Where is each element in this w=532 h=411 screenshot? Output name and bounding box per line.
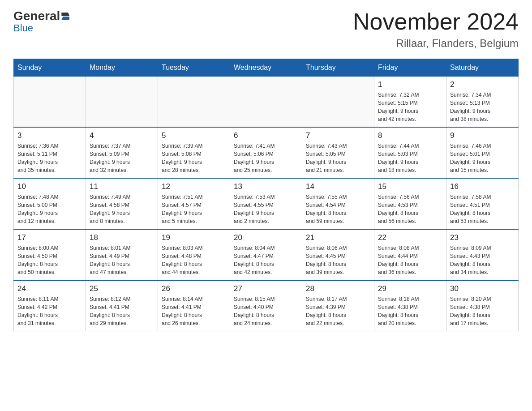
- day-number: 28: [306, 284, 370, 293]
- day-info: Sunrise: 8:01 AM Sunset: 4:49 PM Dayligh…: [90, 244, 154, 276]
- day-info: Sunrise: 7:41 AM Sunset: 5:06 PM Dayligh…: [234, 142, 298, 174]
- day-number: 1: [378, 80, 442, 89]
- logo: General Blue: [13, 9, 70, 34]
- calendar-cell: 23Sunrise: 8:09 AM Sunset: 4:43 PM Dayli…: [446, 229, 519, 280]
- calendar-cell: 7Sunrise: 7:43 AM Sunset: 5:05 PM Daylig…: [302, 127, 374, 178]
- weekday-header-sunday: Sunday: [14, 59, 86, 77]
- day-number: 14: [306, 182, 370, 191]
- weekday-header-saturday: Saturday: [446, 59, 519, 77]
- day-info: Sunrise: 7:37 AM Sunset: 5:09 PM Dayligh…: [90, 142, 154, 174]
- calendar-cell: 8Sunrise: 7:44 AM Sunset: 5:03 PM Daylig…: [374, 127, 446, 178]
- calendar-week-5: 24Sunrise: 8:11 AM Sunset: 4:42 PM Dayli…: [14, 280, 519, 331]
- calendar-cell: [86, 77, 158, 128]
- day-info: Sunrise: 7:51 AM Sunset: 4:57 PM Dayligh…: [162, 193, 226, 225]
- day-info: Sunrise: 7:39 AM Sunset: 5:08 PM Dayligh…: [162, 142, 226, 174]
- calendar-cell: [158, 77, 230, 128]
- day-info: Sunrise: 7:44 AM Sunset: 5:03 PM Dayligh…: [378, 142, 442, 174]
- calendar-cell: 12Sunrise: 7:51 AM Sunset: 4:57 PM Dayli…: [158, 178, 230, 229]
- calendar-cell: 14Sunrise: 7:55 AM Sunset: 4:54 PM Dayli…: [302, 178, 374, 229]
- calendar-cell: 3Sunrise: 7:36 AM Sunset: 5:11 PM Daylig…: [14, 127, 86, 178]
- month-title: November 2024: [353, 9, 519, 34]
- day-info: Sunrise: 8:17 AM Sunset: 4:39 PM Dayligh…: [306, 295, 370, 327]
- day-info: Sunrise: 8:20 AM Sunset: 4:38 PM Dayligh…: [450, 295, 515, 327]
- day-number: 7: [306, 131, 370, 140]
- weekday-header-row: SundayMondayTuesdayWednesdayThursdayFrid…: [14, 59, 519, 77]
- day-info: Sunrise: 7:46 AM Sunset: 5:01 PM Dayligh…: [450, 142, 515, 174]
- page-header: General Blue November 2024 Rillaar, Flan…: [13, 9, 519, 50]
- day-info: Sunrise: 7:56 AM Sunset: 4:53 PM Dayligh…: [378, 193, 442, 225]
- title-section: November 2024 Rillaar, Flanders, Belgium: [353, 9, 519, 50]
- calendar-week-4: 17Sunrise: 8:00 AM Sunset: 4:50 PM Dayli…: [14, 229, 519, 280]
- day-number: 4: [90, 131, 154, 140]
- day-number: 19: [162, 233, 226, 242]
- day-info: Sunrise: 8:18 AM Sunset: 4:38 PM Dayligh…: [378, 295, 442, 327]
- calendar-cell: 20Sunrise: 8:04 AM Sunset: 4:47 PM Dayli…: [230, 229, 302, 280]
- calendar-table: SundayMondayTuesdayWednesdayThursdayFrid…: [13, 59, 519, 331]
- day-info: Sunrise: 7:32 AM Sunset: 5:15 PM Dayligh…: [378, 91, 442, 123]
- calendar-cell: 11Sunrise: 7:49 AM Sunset: 4:58 PM Dayli…: [86, 178, 158, 229]
- day-info: Sunrise: 7:53 AM Sunset: 4:55 PM Dayligh…: [234, 193, 298, 225]
- day-number: 21: [306, 233, 370, 242]
- day-number: 6: [234, 131, 298, 140]
- calendar-cell: [302, 77, 374, 128]
- day-number: 3: [17, 131, 82, 140]
- day-info: Sunrise: 8:06 AM Sunset: 4:45 PM Dayligh…: [306, 244, 370, 276]
- day-number: 5: [162, 131, 226, 140]
- day-info: Sunrise: 7:48 AM Sunset: 5:00 PM Dayligh…: [17, 193, 82, 225]
- calendar-cell: 19Sunrise: 8:03 AM Sunset: 4:48 PM Dayli…: [158, 229, 230, 280]
- day-info: Sunrise: 8:04 AM Sunset: 4:47 PM Dayligh…: [234, 244, 298, 276]
- day-info: Sunrise: 7:34 AM Sunset: 5:13 PM Dayligh…: [450, 91, 515, 123]
- calendar-cell: [230, 77, 302, 128]
- day-number: 26: [162, 284, 226, 293]
- day-number: 12: [162, 182, 226, 191]
- calendar-cell: 15Sunrise: 7:56 AM Sunset: 4:53 PM Dayli…: [374, 178, 446, 229]
- day-number: 27: [234, 284, 298, 293]
- day-number: 18: [90, 233, 154, 242]
- day-info: Sunrise: 8:15 AM Sunset: 4:40 PM Dayligh…: [234, 295, 298, 327]
- calendar-week-2: 3Sunrise: 7:36 AM Sunset: 5:11 PM Daylig…: [14, 127, 519, 178]
- calendar-body: 1Sunrise: 7:32 AM Sunset: 5:15 PM Daylig…: [14, 77, 519, 331]
- calendar-cell: 1Sunrise: 7:32 AM Sunset: 5:15 PM Daylig…: [374, 77, 446, 128]
- calendar-cell: [14, 77, 86, 128]
- day-number: 15: [378, 182, 442, 191]
- weekday-header-tuesday: Tuesday: [158, 59, 230, 77]
- day-info: Sunrise: 7:36 AM Sunset: 5:11 PM Dayligh…: [17, 142, 82, 174]
- day-number: 23: [450, 233, 515, 242]
- day-number: 8: [378, 131, 442, 140]
- calendar-cell: 4Sunrise: 7:37 AM Sunset: 5:09 PM Daylig…: [86, 127, 158, 178]
- day-info: Sunrise: 8:09 AM Sunset: 4:43 PM Dayligh…: [450, 244, 515, 276]
- calendar-cell: 29Sunrise: 8:18 AM Sunset: 4:38 PM Dayli…: [374, 280, 446, 331]
- calendar-cell: 26Sunrise: 8:14 AM Sunset: 4:41 PM Dayli…: [158, 280, 230, 331]
- weekday-header-friday: Friday: [374, 59, 446, 77]
- calendar-week-3: 10Sunrise: 7:48 AM Sunset: 5:00 PM Dayli…: [14, 178, 519, 229]
- day-number: 25: [90, 284, 154, 293]
- calendar-cell: 17Sunrise: 8:00 AM Sunset: 4:50 PM Dayli…: [14, 229, 86, 280]
- day-number: 24: [17, 284, 82, 293]
- day-number: 9: [450, 131, 515, 140]
- logo-general-text: General: [13, 9, 60, 23]
- calendar-cell: 28Sunrise: 8:17 AM Sunset: 4:39 PM Dayli…: [302, 280, 374, 331]
- day-number: 22: [378, 233, 442, 242]
- calendar-cell: 10Sunrise: 7:48 AM Sunset: 5:00 PM Dayli…: [14, 178, 86, 229]
- calendar-cell: 25Sunrise: 8:12 AM Sunset: 4:41 PM Dayli…: [86, 280, 158, 331]
- location-title: Rillaar, Flanders, Belgium: [353, 37, 519, 50]
- weekday-header-thursday: Thursday: [302, 59, 374, 77]
- calendar-header: SundayMondayTuesdayWednesdayThursdayFrid…: [14, 59, 519, 77]
- day-number: 30: [450, 284, 515, 293]
- calendar-cell: 5Sunrise: 7:39 AM Sunset: 5:08 PM Daylig…: [158, 127, 230, 178]
- day-info: Sunrise: 7:58 AM Sunset: 4:51 PM Dayligh…: [450, 193, 515, 225]
- day-number: 10: [17, 182, 82, 191]
- day-info: Sunrise: 8:11 AM Sunset: 4:42 PM Dayligh…: [17, 295, 82, 327]
- day-number: 11: [90, 182, 154, 191]
- calendar-cell: 18Sunrise: 8:01 AM Sunset: 4:49 PM Dayli…: [86, 229, 158, 280]
- calendar-cell: 16Sunrise: 7:58 AM Sunset: 4:51 PM Dayli…: [446, 178, 519, 229]
- calendar-cell: 22Sunrise: 8:08 AM Sunset: 4:44 PM Dayli…: [374, 229, 446, 280]
- day-number: 2: [450, 80, 515, 89]
- day-number: 29: [378, 284, 442, 293]
- calendar-cell: 30Sunrise: 8:20 AM Sunset: 4:38 PM Dayli…: [446, 280, 519, 331]
- calendar-week-1: 1Sunrise: 7:32 AM Sunset: 5:15 PM Daylig…: [14, 77, 519, 128]
- calendar-cell: 13Sunrise: 7:53 AM Sunset: 4:55 PM Dayli…: [230, 178, 302, 229]
- day-info: Sunrise: 8:12 AM Sunset: 4:41 PM Dayligh…: [90, 295, 154, 327]
- day-info: Sunrise: 8:14 AM Sunset: 4:41 PM Dayligh…: [162, 295, 226, 327]
- weekday-header-monday: Monday: [86, 59, 158, 77]
